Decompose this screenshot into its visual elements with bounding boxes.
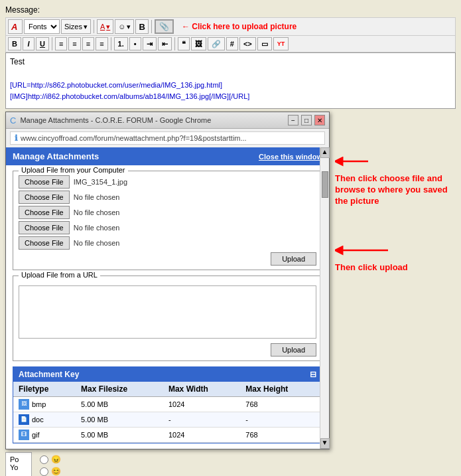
- sizes-btn[interactable]: Sizes ▾: [61, 19, 91, 34]
- align-left-btn[interactable]: ≡: [55, 37, 67, 50]
- chrome-controls: − □ ✕: [288, 115, 325, 125]
- sep4: [111, 37, 111, 50]
- link-btn[interactable]: 🔗: [208, 37, 225, 50]
- bottom-annotation: Then click upload: [335, 240, 456, 274]
- table-row: 📄 doc 5.00 MB - -: [13, 412, 322, 428]
- hash-btn[interactable]: #: [226, 37, 238, 50]
- gif-icon: 🎞: [19, 430, 29, 440]
- indent-btn[interactable]: ⇥: [143, 37, 157, 50]
- bottom-strip: Po Yo 😠 😊: [5, 452, 456, 476]
- attachment-key-header: Attachment Key ⊟: [13, 367, 322, 382]
- collapse-icon: ⊟: [310, 370, 316, 379]
- choose-file-btn-4[interactable]: Choose File: [19, 221, 70, 234]
- file-row-4: Choose File No file chosen: [19, 221, 316, 234]
- url-upload-btn-row: Upload: [19, 343, 316, 357]
- maximize-btn[interactable]: □: [301, 115, 312, 125]
- bottom-annotation-text: Then click upload: [335, 262, 456, 274]
- font-color-btn[interactable]: A ▾: [97, 19, 113, 34]
- scroll-down-btn[interactable]: ▼: [320, 438, 330, 449]
- upload-computer-btn[interactable]: Upload: [271, 252, 316, 266]
- filetype-cell-doc: 📄 doc: [13, 412, 76, 428]
- file-name-2: No file chosen: [74, 193, 120, 201]
- align-justify-btn[interactable]: ≡: [96, 37, 107, 50]
- size-cell-doc: 5.00 MB: [76, 412, 163, 428]
- width-cell-doc: -: [163, 412, 240, 428]
- italic-format-btn[interactable]: I: [23, 37, 34, 50]
- list-ol-btn[interactable]: 1.: [114, 37, 128, 50]
- angry-emoji: 😠: [51, 455, 61, 464]
- underline-format-btn[interactable]: U: [36, 37, 49, 50]
- toolbar-row-2: B I U ≡ ≡ ≡ ≡ 1. • ⇥ ⇤ ❝ 🖼 🔗 # <> ▭ YT: [5, 36, 456, 52]
- bold-format-btn[interactable]: B: [8, 37, 21, 50]
- list-ul-btn[interactable]: •: [129, 37, 141, 50]
- main-area: C Manage Attachments - C.O.R.E. FORUM - …: [5, 112, 456, 449]
- height-cell-bmp: 768: [240, 397, 322, 412]
- upload-btn-row: Upload: [19, 252, 316, 266]
- minimize-btn[interactable]: −: [288, 115, 298, 125]
- align-right-btn[interactable]: ≡: [82, 37, 94, 50]
- editor-line-4: [IMG]http://i862.photobucket.com/albums/…: [10, 91, 451, 102]
- choose-file-btn-2[interactable]: Choose File: [19, 191, 70, 204]
- col-maxheight: Max Height: [240, 382, 322, 397]
- emoji-row-1: 😠: [40, 455, 61, 464]
- size-cell-bmp: 5.00 MB: [76, 397, 163, 412]
- scroll-thumb[interactable]: [322, 171, 328, 198]
- filetype-cell-gif: 🎞 gif: [13, 428, 76, 443]
- quote-btn[interactable]: ❝: [178, 37, 190, 50]
- editor-content-area[interactable]: Test [URL=http://s862.photobucket.com/us…: [5, 52, 456, 109]
- font-select[interactable]: Fonts: [24, 19, 60, 34]
- info-icon: ℹ: [15, 133, 18, 143]
- emoji-radio-1[interactable]: [40, 455, 48, 464]
- choose-file-btn-3[interactable]: Choose File: [19, 206, 70, 219]
- editor-line-1: Test: [10, 56, 451, 68]
- col-maxsize: Max Filesize: [76, 382, 163, 397]
- emoji-radio-2[interactable]: [40, 467, 48, 476]
- panel-body: Upload File from your Computer Choose Fi…: [6, 165, 329, 449]
- url-input[interactable]: [19, 285, 316, 339]
- attachment-key-section: Attachment Key ⊟ Filetype Max Filesize M…: [13, 366, 322, 443]
- size-cell-gif: 5.00 MB: [76, 428, 163, 443]
- file-name-1: IMG_3154_1.jpg: [74, 178, 127, 186]
- align-center-btn[interactable]: ≡: [68, 37, 80, 50]
- outdent-btn[interactable]: ⇤: [158, 37, 172, 50]
- manage-title: Manage Attachments: [13, 151, 99, 161]
- youtube-btn[interactable]: YT: [273, 37, 289, 50]
- code-btn[interactable]: <>: [239, 37, 256, 50]
- media-btn[interactable]: ▭: [257, 37, 272, 50]
- file-name-4: No file chosen: [74, 224, 120, 232]
- filetype-cell-bmp: 🖼 bmp: [13, 397, 76, 412]
- upload-picture-btn[interactable]: 📎: [155, 19, 174, 34]
- panel-wrapper: Manage Attachments Close this window Upl…: [6, 147, 329, 449]
- chrome-icon: C: [10, 116, 16, 125]
- scrollbar[interactable]: ▲ ▼: [320, 147, 329, 449]
- bold-btn[interactable]: B: [135, 19, 148, 34]
- upload-url-btn[interactable]: Upload: [271, 343, 316, 357]
- emoji-row-2: 😊: [40, 467, 61, 476]
- width-cell-gif: 1024: [163, 428, 240, 443]
- emoji-btn[interactable]: ☺ ▾: [115, 19, 134, 34]
- file-name-5: No file chosen: [74, 239, 120, 247]
- img-btn[interactable]: 🖼: [191, 37, 206, 50]
- close-btn[interactable]: ✕: [314, 115, 325, 125]
- bottom-editor-label1: Po Yo: [5, 452, 32, 476]
- chrome-title: Manage Attachments - C.O.R.E. FORUM - Go…: [20, 116, 211, 124]
- editor-line-2: [10, 68, 451, 80]
- chevron-down-icon: ▾: [127, 23, 131, 31]
- close-window-link[interactable]: Close this window: [259, 153, 322, 161]
- col-filetype: Filetype: [13, 382, 76, 397]
- chrome-titlebar: C Manage Attachments - C.O.R.E. FORUM - …: [6, 112, 329, 129]
- table-row: 🎞 gif 5.00 MB 1024 768: [13, 428, 322, 443]
- upload-computer-section: Upload File from your Computer Choose Fi…: [13, 171, 322, 270]
- choose-file-btn-5[interactable]: Choose File: [19, 236, 70, 250]
- table-row: 🖼 bmp 5.00 MB 1024 768: [13, 397, 322, 412]
- file-row-1: Choose File IMG_3154_1.jpg: [19, 175, 316, 189]
- message-label: Message:: [5, 4, 456, 17]
- font-icon-btn[interactable]: A: [8, 19, 23, 34]
- choose-file-btn-1[interactable]: Choose File: [19, 175, 70, 189]
- separator2: [151, 20, 152, 33]
- editor-line-3: [URL=http://s862.photobucket.com/user/me…: [10, 80, 451, 91]
- chrome-addressbar[interactable]: ℹ www.cincyoffroad.com/forum/newattachme…: [10, 131, 325, 145]
- toolbar-row-1: A Fonts Sizes ▾ A ▾ ☺ ▾ B 📎: [5, 17, 456, 36]
- scroll-up-btn[interactable]: ▲: [320, 147, 330, 158]
- editor-area: Message: A Fonts Sizes ▾ A ▾ ☺ ▾ B: [5, 4, 456, 109]
